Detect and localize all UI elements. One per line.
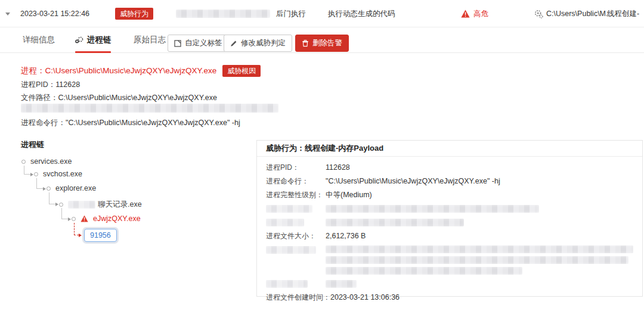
- collapse-caret-icon[interactable]: [5, 13, 10, 15]
- tag-icon: [174, 40, 181, 47]
- redacted-multiline-value: [326, 245, 633, 275]
- process-chain-icon: [75, 36, 83, 44]
- tab-process-chain-label: 进程链: [87, 27, 112, 52]
- node-circle-icon: [21, 160, 26, 164]
- behavior-panel-title: 威胁行为：线程创建-内存Payload: [257, 141, 642, 157]
- custom-tag-button[interactable]: 自定义标签: [168, 35, 229, 52]
- node-circle-icon: [47, 186, 51, 191]
- redacted-value: [326, 205, 539, 213]
- node-circle-icon: [34, 172, 38, 176]
- severity-label: 高危: [473, 0, 488, 27]
- detail-row: 进程文件创建时间： 2023-03-21 13:06:36: [266, 293, 633, 302]
- detail-row: 进程命令行： "C:\Users\Public\Music\eJwjzQXY\e…: [266, 177, 633, 186]
- process-pid-line: 进程PID：112628: [21, 80, 80, 90]
- tree-arrow-icon: [55, 203, 58, 206]
- process-label-and-path: 进程：C:\Users\Public\Music\eJwjzQXY\eJwjzQ…: [21, 66, 216, 76]
- detail-row-redacted: [266, 218, 633, 227]
- node-label: eJwjzQXY.exe: [93, 214, 141, 223]
- threat-root-cause-badge: 威胁根因: [222, 65, 261, 77]
- modify-threat-judgement-label: 修改威胁判定: [241, 38, 286, 48]
- tab-process-chain[interactable]: 进程链: [75, 27, 112, 52]
- node-circle-icon: [72, 217, 76, 221]
- trash-icon: [302, 39, 309, 47]
- threat-behavior-panel: 威胁行为：线程创建-内存Payload 进程PID： 112628 进程命令行：…: [256, 140, 643, 297]
- redacted-label: [266, 280, 308, 288]
- alert-technique: 执行动态生成的代码: [328, 0, 395, 27]
- thread-id-box[interactable]: 91956: [84, 229, 117, 242]
- behavior-name-truncated: 线程创建-: [607, 0, 644, 27]
- custom-tag-label: 自定义标签: [185, 38, 222, 48]
- tree-arrow-icon: [68, 217, 71, 221]
- tree-connector: [36, 178, 43, 189]
- tree-node-svchost[interactable]: svchost.exe: [34, 170, 82, 178]
- tree-node-thread[interactable]: 91956: [84, 229, 117, 242]
- tree-node-services[interactable]: services.exe: [21, 157, 72, 166]
- redacted-label: [266, 246, 316, 254]
- tree-connector: [24, 166, 30, 175]
- tree-arrow-icon: [79, 234, 82, 237]
- process-gear-icon: [534, 10, 543, 18]
- redacted-node-prefix: [68, 201, 95, 209]
- tab-detail-info[interactable]: 详细信息: [23, 27, 55, 52]
- tree-arrow-icon: [30, 173, 33, 176]
- delete-alert-button[interactable]: 删除告警: [295, 35, 349, 52]
- warning-triangle-icon: [461, 10, 470, 18]
- alert-category: 后门执行: [276, 0, 306, 27]
- tree-connector-threat: [74, 223, 79, 235]
- redacted-summary-line: [21, 104, 278, 113]
- node-label: svchost.exe: [43, 170, 82, 178]
- redacted-label: [266, 219, 304, 226]
- tab-raw-log[interactable]: 原始日志: [134, 27, 166, 52]
- detail-row-redacted: [266, 245, 633, 275]
- alert-summary-row: 2023-03-21 15:22:46 威胁行为 后门执行 执行动态生成的代码 …: [0, 0, 644, 27]
- severity-cell: 高危: [461, 0, 488, 27]
- tree-connector: [61, 208, 68, 219]
- node-label: 聊天记录.exe: [98, 200, 142, 210]
- pencil-icon: [230, 40, 237, 47]
- tree-node-explorer[interactable]: explorer.exe: [47, 184, 96, 192]
- process-chain-title: 进程链: [21, 139, 44, 150]
- delete-alert-label: 删除告警: [312, 38, 342, 48]
- tree-arrow-icon: [43, 187, 46, 191]
- detail-row: 进程文件大小： 2,612,736 B: [266, 232, 633, 241]
- detail-row-redacted: [266, 279, 633, 288]
- threat-warning-icon: [80, 215, 88, 222]
- modify-threat-judgement-button[interactable]: 修改威胁判定: [224, 35, 292, 52]
- cmdline-line: 进程命令行："C:\Users\Public\Music\eJwjzQXY\eJ…: [21, 118, 240, 128]
- process-path-text: C:\Users\Public\M...: [546, 0, 612, 27]
- file-path-line: 文件路径：C:\Users\Public\Music\eJwjzQXY\eJwj…: [21, 93, 217, 103]
- detail-row: 进程PID： 112628: [266, 163, 633, 172]
- node-label: explorer.exe: [55, 184, 96, 192]
- redacted-host: [176, 10, 270, 18]
- alert-time: 2023-03-21 15:22:46: [20, 0, 89, 27]
- redacted-value: [326, 280, 357, 288]
- tree-connector: [49, 192, 55, 204]
- detail-row-redacted: [266, 204, 633, 213]
- root-process-line: 进程：C:\Users\Public\Music\eJwjzQXY\eJwjzQ…: [21, 65, 261, 77]
- active-tab-underline: [75, 51, 111, 53]
- node-circle-icon: [59, 203, 63, 207]
- alert-type-badge: 威胁行为: [115, 8, 153, 20]
- process-path-cell: C:\Users\Public\M...: [534, 0, 612, 27]
- node-label: services.exe: [30, 157, 72, 166]
- tree-node-chat-app[interactable]: 聊天记录.exe: [59, 200, 142, 210]
- redacted-value: [326, 219, 464, 226]
- redacted-label: [266, 205, 312, 213]
- detail-row: 进程完整性级别： 中等(Medium): [266, 191, 633, 200]
- tree-node-threat-process[interactable]: eJwjzQXY.exe: [72, 214, 141, 223]
